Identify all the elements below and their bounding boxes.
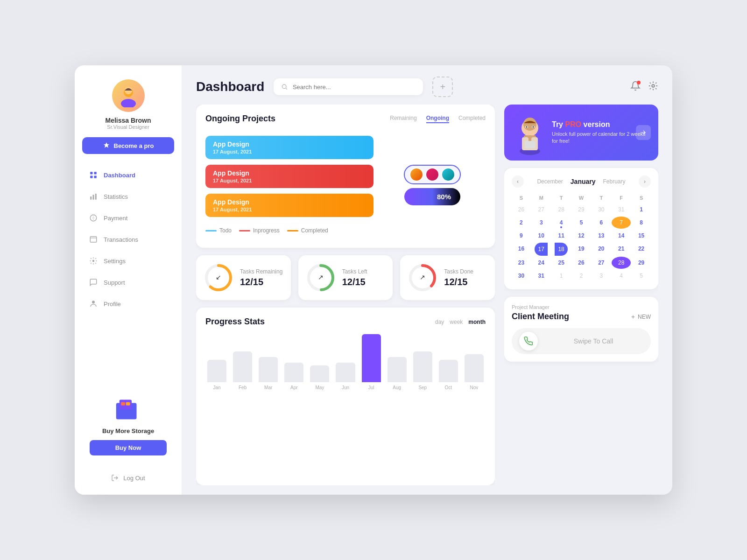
bar-rect-mar[interactable] bbox=[259, 357, 278, 382]
cal-day-feb5[interactable]: 5 bbox=[632, 270, 651, 282]
meeting-card: Project Manager Client Meeting NEW Swipe… bbox=[504, 297, 658, 362]
sidebar-item-payment[interactable]: Payment bbox=[82, 208, 174, 228]
cal-day-jan24[interactable]: 24 bbox=[532, 257, 551, 269]
bar-rect-may[interactable] bbox=[310, 365, 329, 382]
bar-rect-nov[interactable] bbox=[465, 354, 484, 382]
mini-avatar-3 bbox=[441, 168, 455, 182]
cal-day-dec26[interactable]: 26 bbox=[512, 203, 531, 216]
bar-rect-jan[interactable] bbox=[207, 360, 226, 382]
bar-month-label: Oct bbox=[445, 385, 452, 390]
svg-rect-8 bbox=[93, 195, 94, 200]
cal-day-jan21[interactable]: 21 bbox=[612, 243, 631, 256]
search-input[interactable] bbox=[293, 84, 416, 91]
sidebar-item-profile[interactable]: Profile bbox=[82, 294, 174, 314]
sidebar-item-settings[interactable]: Settings bbox=[82, 251, 174, 271]
bar-col-jun: Jun bbox=[336, 334, 355, 390]
bar-rect-jun[interactable] bbox=[336, 363, 355, 382]
buy-now-button[interactable]: Buy Now bbox=[90, 440, 167, 455]
phone-button[interactable] bbox=[519, 332, 538, 350]
tab-remaining[interactable]: Remaining bbox=[390, 115, 416, 123]
bar-rect-oct[interactable] bbox=[439, 360, 458, 382]
task-card-left: ↗ Tasks Left 12/15 bbox=[298, 255, 393, 300]
cal-day-jan30[interactable]: 30 bbox=[512, 270, 531, 282]
cal-day-jan27[interactable]: 27 bbox=[592, 257, 611, 269]
cal-day-jan8[interactable]: 8 bbox=[632, 217, 651, 229]
tab-ongoing[interactable]: Ongoing bbox=[426, 115, 449, 123]
cal-day-jan11[interactable]: 11 bbox=[552, 230, 571, 242]
banner-arrow-button[interactable] bbox=[636, 125, 651, 140]
project-bar-3: App Design 17 August, 2021 bbox=[205, 194, 374, 217]
cal-day-jan29[interactable]: 29 bbox=[632, 257, 651, 269]
task-info-done: Tasks Done 12/15 bbox=[444, 268, 473, 287]
settings-button[interactable] bbox=[648, 81, 658, 93]
cal-day-dec29[interactable]: 29 bbox=[572, 203, 591, 216]
cal-day-jan23[interactable]: 23 bbox=[512, 257, 531, 269]
bar-rect-aug[interactable] bbox=[388, 357, 407, 382]
new-meeting-button[interactable]: NEW bbox=[630, 314, 651, 320]
day-header-t1: T bbox=[552, 193, 571, 203]
sidebar-item-support[interactable]: Support bbox=[82, 273, 174, 292]
calendar-next-button[interactable]: › bbox=[639, 175, 651, 188]
cal-day-dec31[interactable]: 31 bbox=[612, 203, 631, 216]
cal-day-feb1[interactable]: 1 bbox=[552, 270, 571, 282]
sidebar-label-settings: Settings bbox=[104, 258, 126, 265]
cal-day-jan14[interactable]: 14 bbox=[612, 230, 631, 242]
logout-item[interactable]: Log Out bbox=[105, 470, 151, 485]
cal-day-dec27[interactable]: 27 bbox=[532, 203, 551, 216]
sidebar-item-dashboard[interactable]: Dashboard bbox=[82, 165, 174, 185]
filter-day[interactable]: day bbox=[435, 319, 444, 325]
cal-day-jan25[interactable]: 25 bbox=[552, 257, 571, 269]
cal-day-jan17[interactable]: 17 bbox=[535, 243, 548, 256]
svg-rect-40 bbox=[525, 141, 535, 148]
cal-day-jan28[interactable]: 28 bbox=[612, 257, 631, 269]
cal-day-jan10[interactable]: 10 bbox=[532, 230, 551, 242]
sidebar-item-statistics[interactable]: Statistics bbox=[82, 187, 174, 206]
notification-button[interactable] bbox=[630, 81, 641, 93]
become-pro-button[interactable]: Become a pro bbox=[82, 137, 174, 154]
filter-month[interactable]: month bbox=[468, 319, 486, 325]
bar-rect-apr[interactable] bbox=[284, 363, 303, 382]
cal-day-jan13[interactable]: 13 bbox=[592, 230, 611, 242]
cal-day-feb3[interactable]: 3 bbox=[592, 270, 611, 282]
cal-day-jan4[interactable]: 4 bbox=[552, 217, 571, 229]
month-february[interactable]: February bbox=[603, 178, 626, 185]
sidebar-item-transactions[interactable]: Transactions bbox=[82, 230, 174, 249]
cal-day-jan3[interactable]: 3 bbox=[532, 217, 551, 229]
bar-rect-jul[interactable] bbox=[362, 334, 381, 382]
tab-completed[interactable]: Completed bbox=[458, 115, 486, 123]
cal-day-jan1[interactable]: 1 bbox=[632, 203, 651, 216]
cal-day-jan15[interactable]: 15 bbox=[632, 230, 651, 242]
cal-day-jan18[interactable]: 18 bbox=[555, 243, 568, 256]
cal-day-jan22[interactable]: 22 bbox=[632, 243, 651, 256]
cal-day-feb4[interactable]: 4 bbox=[612, 270, 631, 282]
cal-day-jan20[interactable]: 20 bbox=[592, 243, 611, 256]
progress-pill: 80% bbox=[404, 188, 460, 205]
month-january[interactable]: January bbox=[571, 178, 596, 185]
filter-week[interactable]: week bbox=[450, 319, 463, 325]
cal-day-jan12[interactable]: 12 bbox=[572, 230, 591, 242]
month-december[interactable]: December bbox=[537, 178, 563, 185]
bar-rect-sep[interactable] bbox=[413, 351, 432, 382]
stats-card: Progress Stats day week month JanFebMarA… bbox=[196, 308, 495, 485]
cal-day-jan16[interactable]: 16 bbox=[512, 243, 531, 256]
cal-day-jan7[interactable]: 7 bbox=[612, 217, 631, 229]
cal-day-jan6[interactable]: 6 bbox=[592, 217, 611, 229]
cal-day-jan31[interactable]: 31 bbox=[532, 270, 551, 282]
logout-label: Log Out bbox=[123, 475, 145, 482]
banner-figure bbox=[514, 114, 546, 151]
cal-day-jan2[interactable]: 2 bbox=[512, 217, 531, 229]
calendar-prev-button[interactable]: ‹ bbox=[512, 175, 524, 188]
cal-day-jan9[interactable]: 9 bbox=[512, 230, 531, 242]
cal-day-jan26[interactable]: 26 bbox=[572, 257, 591, 269]
bar-col-jul: Jul bbox=[362, 334, 381, 390]
calendar-months: December January February bbox=[537, 178, 625, 185]
cal-day-dec28[interactable]: 28 bbox=[552, 203, 571, 216]
add-button[interactable]: + bbox=[432, 77, 453, 97]
svg-rect-6 bbox=[94, 176, 97, 178]
cal-day-jan19[interactable]: 19 bbox=[572, 243, 591, 256]
cal-day-jan5[interactable]: 5 bbox=[572, 217, 591, 229]
swipe-to-call-row[interactable]: Swipe To Call bbox=[512, 328, 651, 354]
bar-rect-feb[interactable] bbox=[233, 351, 252, 382]
cal-day-dec30[interactable]: 30 bbox=[592, 203, 611, 216]
cal-day-feb2[interactable]: 2 bbox=[572, 270, 591, 282]
